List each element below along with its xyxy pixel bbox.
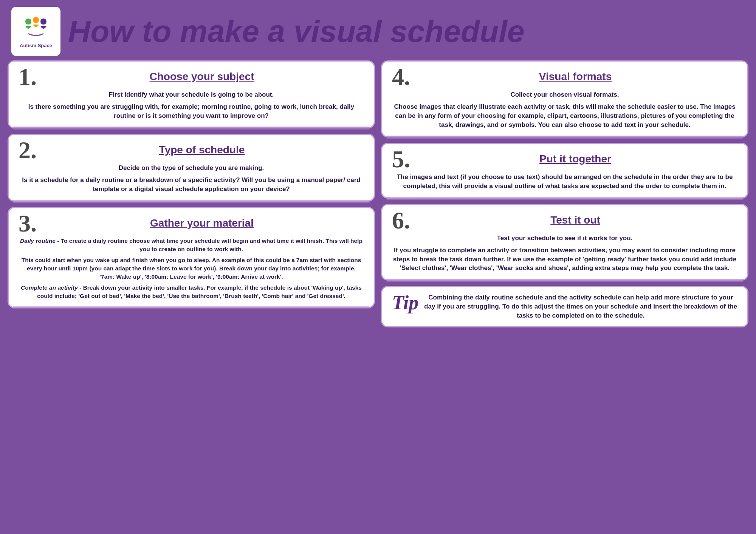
- section-4-card: 4. Visual formats Collect your chosen vi…: [381, 60, 748, 137]
- section-1-card: 1. Choose your subject First identify wh…: [8, 60, 375, 128]
- step-3-body: Daily routine - To create a daily routin…: [19, 237, 364, 300]
- logo-icon: [21, 15, 51, 41]
- step-4-body: Collect your chosen visual formats. Choo…: [392, 90, 737, 129]
- section-4-header: 4. Visual formats: [392, 68, 737, 87]
- step-3-p3-text: - Break down your activity into smaller …: [37, 284, 362, 299]
- step-1-number: 1.: [19, 67, 37, 87]
- section-5-card: 5. Put it together The images and text (…: [381, 143, 748, 199]
- step-3-p3: Complete an activity - Break down your a…: [19, 284, 364, 300]
- section-1-header: 1. Choose your subject: [19, 68, 364, 87]
- section-2-card: 2. Type of schedule Decide on the type o…: [8, 134, 375, 202]
- svg-point-0: [25, 19, 31, 25]
- step-2-body: Decide on the type of schedule you are m…: [19, 164, 364, 193]
- tip-card: Tip Combining the daily routine schedule…: [381, 286, 748, 327]
- step-4-title: Visual formats: [413, 68, 737, 83]
- main-content: 1. Choose your subject First identify wh…: [0, 60, 756, 533]
- main-title: How to make a visual schedule: [68, 16, 525, 47]
- step-6-number: 6.: [392, 210, 410, 231]
- step-2-title: Type of schedule: [40, 142, 364, 156]
- step-6-p1: Test your schedule to see if it works fo…: [392, 234, 737, 243]
- section-6-header: 6. Test it out: [392, 212, 737, 231]
- section-3-header: 3. Gather your material: [19, 215, 364, 234]
- header: Autism Space How to make a visual schedu…: [0, 0, 756, 60]
- right-column: 4. Visual formats Collect your chosen vi…: [381, 60, 748, 529]
- tip-label: Tip: [392, 293, 418, 313]
- step-5-p1: The images and text (if you choose to us…: [392, 173, 737, 191]
- step-6-body: Test your schedule to see if it works fo…: [392, 234, 737, 273]
- step-3-p1-text: - To create a daily routine choose what …: [57, 238, 363, 252]
- svg-point-1: [33, 17, 39, 23]
- step-5-body: The images and text (if you choose to us…: [392, 173, 737, 191]
- step-1-body: First identify what your schedule is goi…: [19, 90, 364, 120]
- section-3-card: 3. Gather your material Daily routine - …: [8, 207, 375, 308]
- step-1-title: Choose your subject: [40, 68, 364, 83]
- logo-text: Autism Space: [20, 43, 52, 48]
- step-2-number: 2.: [19, 140, 37, 161]
- step-2-p1: Decide on the type of schedule you are m…: [19, 164, 364, 173]
- step-1-p2: Is there something you are struggling wi…: [19, 102, 364, 120]
- step-3-title: Gather your material: [40, 215, 364, 229]
- step-3-p1: Daily routine - To create a daily routin…: [19, 237, 364, 253]
- section-5-header: 5. Put it together: [392, 151, 737, 170]
- svg-point-2: [40, 19, 46, 25]
- step-4-number: 4.: [392, 67, 410, 87]
- step-4-p1: Collect your chosen visual formats.: [392, 90, 737, 99]
- left-column: 1. Choose your subject First identify wh…: [8, 60, 375, 529]
- step-2-p2: Is it a schedule for a daily routine or …: [19, 176, 364, 194]
- section-2-header: 2. Type of schedule: [19, 142, 364, 161]
- tip-text: Combining the daily routine schedule and…: [424, 293, 737, 320]
- step-4-p2: Choose images that clearly illustrate ea…: [392, 102, 737, 129]
- step-3-label2: Complete an activity: [21, 284, 78, 291]
- section-6-card: 6. Test it out Test your schedule to see…: [381, 204, 748, 281]
- step-3-number: 3.: [19, 213, 37, 234]
- step-5-number: 5.: [392, 149, 410, 170]
- step-6-p2: If you struggle to complete an activity …: [392, 246, 737, 273]
- step-6-title: Test it out: [413, 212, 737, 226]
- step-1-p1: First identify what your schedule is goi…: [19, 90, 364, 99]
- logo-box: Autism Space: [11, 7, 60, 56]
- step-5-title: Put it together: [413, 151, 737, 165]
- step-3-p2: This could start when you wake up and fi…: [19, 256, 364, 281]
- step-3-label1: Daily routine: [20, 238, 56, 244]
